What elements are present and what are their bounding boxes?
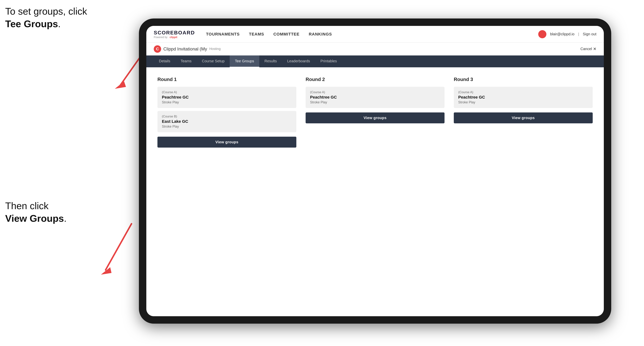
round-2-course-a-card: (Course A) Peachtree GC Stroke Play <box>306 87 444 108</box>
tablet-screen: SCOREBOARD Powered by clippit TOURNAMENT… <box>146 26 604 316</box>
tournament-name-area: C Clippd Invitational (My Hosting <box>154 45 220 53</box>
round-1-course-a-format: Stroke Play <box>162 100 292 104</box>
round-1-course-a-card: (Course A) Peachtree GC Stroke Play <box>158 87 296 108</box>
round-3-course-a-format: Stroke Play <box>458 100 588 104</box>
round-2-course-a-format: Stroke Play <box>310 100 440 104</box>
tablet-device: SCOREBOARD Powered by clippit TOURNAMENT… <box>139 18 611 324</box>
round-2-course-a-name: Peachtree GC <box>310 95 440 100</box>
logo-text: SCOREBOARD <box>154 30 195 36</box>
instruction-bottom-line1: Then click <box>5 200 48 211</box>
nav-teams[interactable]: TEAMS <box>249 32 264 37</box>
tab-teams[interactable]: Teams <box>176 55 197 67</box>
user-avatar <box>538 30 546 38</box>
tab-bar: Details Teams Course Setup Tee Groups Re… <box>146 55 604 67</box>
round-3-view-groups-button[interactable]: View groups <box>454 112 593 123</box>
svg-line-2 <box>106 224 132 270</box>
tab-leaderboards[interactable]: Leaderboards <box>282 55 315 67</box>
tab-details[interactable]: Details <box>154 55 176 67</box>
round-1-course-a-label: (Course A) <box>162 90 292 94</box>
logo-sub: Powered by clippit <box>154 36 195 39</box>
cancel-button[interactable]: Cancel ✕ <box>580 47 596 51</box>
user-email: blair@clippd.io <box>550 32 574 36</box>
svg-marker-1 <box>115 81 126 89</box>
round-3-course-a-name: Peachtree GC <box>458 95 588 100</box>
instruction-bottom-suffix: . <box>64 213 66 224</box>
round-1-course-b-label: (Course B) <box>162 115 292 118</box>
round-3-title: Round 3 <box>454 77 593 82</box>
round-3-course-a-card: (Course A) Peachtree GC Stroke Play <box>454 87 593 108</box>
tab-results[interactable]: Results <box>259 55 282 67</box>
rounds-container: Round 1 (Course A) Peachtree GC Stroke P… <box>158 77 593 148</box>
round-1-view-groups-button[interactable]: View groups <box>158 137 296 148</box>
nav-bar: SCOREBOARD Powered by clippit TOURNAMENT… <box>146 26 604 42</box>
nav-links: TOURNAMENTS TEAMS COMMITTEE RANKINGS <box>206 32 538 37</box>
round-1-course-a-name: Peachtree GC <box>162 95 292 100</box>
round-1-course-b-name: East Lake GC <box>162 119 292 124</box>
main-content: Round 1 (Course A) Peachtree GC Stroke P… <box>146 67 604 316</box>
logo-area: SCOREBOARD Powered by clippit <box>154 30 195 39</box>
nav-committee[interactable]: COMMITTEE <box>274 32 300 37</box>
round-3-column: Round 3 (Course A) Peachtree GC Stroke P… <box>454 77 593 148</box>
round-2-title: Round 2 <box>306 77 444 82</box>
tab-tee-groups[interactable]: Tee Groups <box>230 55 259 67</box>
instruction-top-suffix: . <box>58 18 60 29</box>
cancel-x-icon: ✕ <box>593 47 596 51</box>
round-1-title: Round 1 <box>158 77 296 82</box>
nav-separator: | <box>578 32 579 36</box>
nav-tournaments[interactable]: TOURNAMENTS <box>206 32 240 37</box>
instruction-top: To set groups, click Tee Groups. <box>5 5 87 30</box>
instruction-top-line1: To set groups, click <box>5 6 87 17</box>
round-1-column: Round 1 (Course A) Peachtree GC Stroke P… <box>158 77 296 148</box>
instruction-top-bold: Tee Groups <box>5 18 58 29</box>
round-2-column: Round 2 (Course A) Peachtree GC Stroke P… <box>306 77 444 148</box>
instruction-bottom-bold: View Groups <box>5 213 64 224</box>
tab-printables[interactable]: Printables <box>315 55 342 67</box>
sign-out-link[interactable]: Sign out <box>583 32 596 36</box>
round-3-course-a-label: (Course A) <box>458 90 588 94</box>
round-2-view-groups-button[interactable]: View groups <box>306 112 444 123</box>
c-logo: C <box>154 45 161 53</box>
round-1-course-b-format: Stroke Play <box>162 125 292 129</box>
hosting-badge: Hosting <box>209 47 220 51</box>
instruction-bottom: Then click View Groups. <box>5 200 66 225</box>
tournament-bar: C Clippd Invitational (My Hosting Cancel… <box>146 42 604 55</box>
tab-course-setup[interactable]: Course Setup <box>197 55 230 67</box>
round-2-course-a-label: (Course A) <box>310 90 440 94</box>
tournament-title: Clippd Invitational (My <box>163 46 207 52</box>
nav-right: blair@clippd.io | Sign out <box>538 30 596 38</box>
round-1-course-b-card: (Course B) East Lake GC Stroke Play <box>158 111 296 132</box>
nav-rankings[interactable]: RANKINGS <box>309 32 332 37</box>
